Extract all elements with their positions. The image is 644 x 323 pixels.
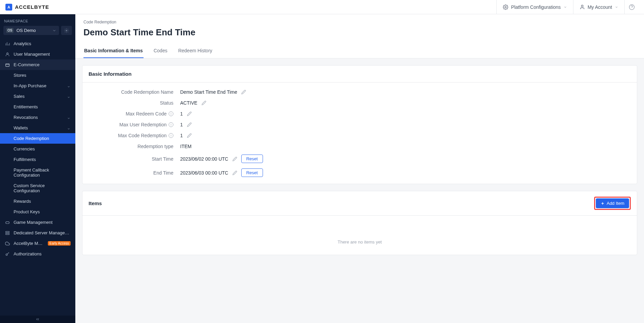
sidebar-item-label: Wallets [14, 125, 28, 130]
sidebar-sub-custom-service[interactable]: Custom Service Configuration [0, 180, 75, 196]
gear-icon [64, 28, 69, 33]
chevron-down-icon [564, 5, 567, 9]
platform-configurations-menu[interactable]: Platform Configurations [496, 0, 573, 14]
edit-icon[interactable] [232, 157, 237, 161]
tab-label: Redeem History [178, 48, 212, 53]
platform-configurations-label: Platform Configurations [511, 4, 561, 10]
chevron-down-icon: ⌄ [67, 115, 71, 120]
sidebar-sub-stores[interactable]: Stores [0, 70, 75, 80]
top-header: A ACCELBYTE Platform Configurations My A… [0, 0, 644, 14]
edit-icon[interactable] [202, 101, 206, 105]
field-value-type: ITEM [180, 144, 191, 149]
sidebar-item-label: Authorizations [14, 251, 71, 256]
sidebar-item-label: Rewards [14, 199, 31, 204]
sidebar-item-ecommerce[interactable]: E-Commerce [0, 59, 75, 70]
sidebar: NAMESPACE OS OS Demo Analytics [0, 14, 75, 323]
tab-codes[interactable]: Codes [153, 44, 168, 58]
reset-end-time-button[interactable]: Reset [241, 168, 263, 177]
reset-start-time-button[interactable]: Reset [241, 155, 263, 163]
sidebar-sub-payment-callback[interactable]: Payment Callback Configuration [0, 165, 75, 180]
sidebar-item-label: In-App Purchase [14, 83, 46, 88]
cloud-icon [5, 241, 10, 246]
sidebar-sub-wallets[interactable]: Wallets⌄ [0, 123, 75, 133]
edit-icon[interactable] [187, 111, 192, 116]
sidebar-sub-rewards[interactable]: Rewards [0, 196, 75, 207]
sidebar-sub-revocations[interactable]: Revocations⌄ [0, 112, 75, 123]
edit-icon[interactable] [187, 122, 192, 127]
help-icon [629, 4, 635, 10]
sidebar-item-label: Product Keys [14, 209, 40, 214]
info-icon[interactable]: i [169, 133, 173, 138]
svg-rect-10 [6, 64, 10, 66]
field-label-max-code: Max Code Redemption [118, 133, 167, 138]
tab-basic-information[interactable]: Basic Information & Items [83, 44, 144, 58]
namespace-selector[interactable]: OS OS Demo [3, 26, 59, 35]
panel-heading: Items [89, 200, 102, 206]
server-icon [5, 231, 10, 235]
cart-icon [5, 62, 10, 67]
sidebar-item-label: Revocations [14, 115, 38, 120]
field-value-max-redeem: 1 [180, 111, 183, 116]
sidebar-item-multiplayer[interactable]: AccelByte Multiplaye... Early Access [0, 238, 75, 249]
sidebar-collapse-button[interactable] [0, 316, 75, 323]
namespace-badge: OS [6, 28, 14, 33]
breadcrumb[interactable]: Code Redemption [75, 14, 644, 24]
sidebar-sub-fulfillments[interactable]: Fulfillments [0, 154, 75, 165]
early-access-badge: Early Access [48, 241, 71, 246]
chart-icon [5, 41, 10, 46]
brand-logo-icon: A [5, 4, 12, 11]
field-value-status: ACTIVE [180, 100, 197, 106]
field-value-name: Demo Start Time End Time [180, 89, 237, 95]
svg-rect-11 [6, 221, 10, 223]
gear-icon [503, 4, 508, 10]
sidebar-item-label: Stores [14, 73, 26, 78]
chevron-down-icon: ⌄ [67, 125, 71, 130]
sidebar-item-label: E-Commerce [14, 62, 71, 67]
sidebar-item-user-management[interactable]: User Management [0, 49, 75, 59]
sidebar-sub-code-redemption[interactable]: Code Redemption [0, 133, 75, 144]
edit-icon[interactable] [187, 133, 192, 138]
add-item-label: Add Item [607, 201, 624, 206]
sidebar-item-label: Game Management [14, 220, 71, 225]
field-label-name: Code Redemption Name [89, 89, 180, 95]
help-button[interactable] [624, 0, 639, 14]
key-icon [5, 252, 10, 256]
field-value-start-time: 2023/06/02 00:00 UTC [180, 156, 228, 162]
brand: A ACCELBYTE [5, 4, 49, 11]
sidebar-sub-in-app-purchase[interactable]: In-App Purchase⌄ [0, 80, 75, 91]
sidebar-item-label: AccelByte Multiplaye... [14, 241, 43, 246]
namespace-settings-button[interactable] [61, 26, 72, 35]
sidebar-item-label: Analytics [14, 41, 71, 46]
sidebar-item-label: User Management [14, 52, 71, 57]
field-label-type: Redemption type [89, 144, 180, 149]
tab-redeem-history[interactable]: Redeem History [177, 44, 213, 58]
add-item-button[interactable]: Add Item [596, 198, 629, 208]
empty-items-text: There are no items yet [89, 222, 631, 248]
field-value-end-time: 2023/06/03 00:00 UTC [180, 170, 228, 176]
sidebar-item-label: Sales [14, 94, 25, 99]
my-account-label: My Account [588, 4, 612, 10]
sidebar-item-label: Fulfillments [14, 157, 36, 162]
sidebar-item-game-management[interactable]: Game Management [0, 217, 75, 228]
namespace-name: OS Demo [16, 28, 50, 33]
my-account-menu[interactable]: My Account [573, 0, 624, 14]
user-icon [5, 52, 10, 57]
sidebar-sub-entitlements[interactable]: Entitlements [0, 102, 75, 112]
sidebar-item-authorizations[interactable]: Authorizations [0, 249, 75, 259]
sidebar-sub-product-keys[interactable]: Product Keys [0, 207, 75, 217]
sidebar-item-analytics[interactable]: Analytics [0, 38, 75, 49]
field-label-max-redeem: Max Redeem Code [126, 111, 167, 116]
sidebar-item-label: Code Redemption [14, 136, 49, 141]
info-icon[interactable]: i [169, 111, 173, 116]
sidebar-item-label: Payment Callback Configuration [14, 167, 71, 178]
info-icon[interactable]: i [169, 122, 173, 127]
edit-icon[interactable] [232, 171, 237, 175]
field-value-max-user: 1 [180, 122, 183, 127]
field-label-start-time: Start Time [89, 156, 180, 162]
sidebar-sub-currencies[interactable]: Currencies [0, 144, 75, 154]
items-panel: Items Add Item There are no items yet [82, 191, 637, 255]
sidebar-item-dedicated-server[interactable]: Dedicated Server Management [0, 228, 75, 238]
sidebar-sub-sales[interactable]: Sales⌄ [0, 91, 75, 102]
edit-icon[interactable] [241, 90, 246, 94]
chevron-down-icon: ⌄ [67, 83, 71, 88]
